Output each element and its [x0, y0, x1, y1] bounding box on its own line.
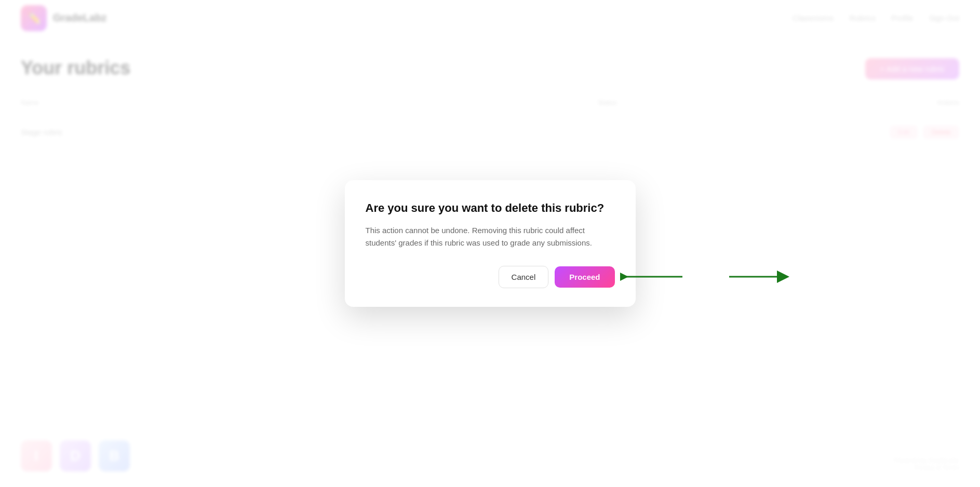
modal-overlay: Are you sure you want to delete this rub…	[0, 0, 980, 487]
dialog-title: Are you sure you want to delete this rub…	[366, 201, 615, 216]
arrow-to-cancel	[729, 269, 791, 285]
dialog-body: This action cannot be undone. Removing t…	[366, 224, 615, 249]
cancel-button[interactable]: Cancel	[499, 266, 549, 288]
dialog-actions: Cancel Proceed	[366, 266, 615, 288]
proceed-button[interactable]: Proceed	[555, 266, 614, 288]
arrow-from-proceed	[620, 269, 682, 285]
delete-dialog: Are you sure you want to delete this rub…	[345, 180, 636, 307]
